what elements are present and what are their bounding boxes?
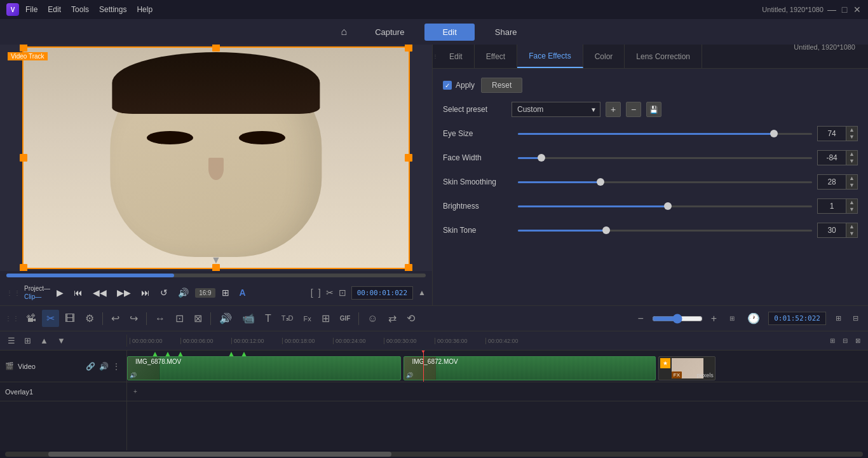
audio-button[interactable]: 🔊 <box>215 310 236 327</box>
skin-tone-slider[interactable] <box>518 230 812 232</box>
zoom-out-button[interactable]: − <box>633 310 648 327</box>
tab-edit[interactable]: Edit <box>438 45 475 68</box>
eye-size-thumb[interactable] <box>770 130 778 137</box>
timecode-spinner-up[interactable]: ▲ <box>418 288 426 297</box>
skin-smoothing-thumb[interactable] <box>597 178 604 186</box>
step-fwd-button[interactable]: ▶▶ <box>113 285 135 300</box>
zoom-slider[interactable] <box>652 314 703 324</box>
fit-timeline-button[interactable]: ⊞ <box>725 312 739 324</box>
handle-bottom-left[interactable] <box>20 264 27 271</box>
save-preset-button[interactable]: 💾 <box>646 102 661 117</box>
transform-button[interactable]: ⟲ <box>402 310 419 327</box>
edit-tool[interactable]: ✂ <box>42 310 59 327</box>
track-mute-button[interactable]: 🔊 <box>98 361 110 372</box>
face-width-down[interactable]: ▼ <box>846 158 857 165</box>
volume-button[interactable]: 🔊 <box>174 285 193 300</box>
menu-tools[interactable]: Tools <box>71 5 89 14</box>
overlay-button[interactable]: ⊞ <box>317 310 334 327</box>
play-button[interactable]: ▶ <box>53 285 67 300</box>
maximize-button[interactable]: □ <box>840 5 849 14</box>
track-link-button[interactable]: 🔗 <box>85 361 97 372</box>
track-add-button[interactable]: ☰ <box>5 335 18 347</box>
skin-tone-up[interactable]: ▲ <box>846 223 857 230</box>
title-button[interactable]: T <box>261 310 276 327</box>
reset-button[interactable]: Reset <box>481 78 522 93</box>
track-more-button[interactable]: ⋮ <box>111 361 121 372</box>
font-button[interactable]: A <box>236 285 250 300</box>
track-list-button[interactable]: ⊞ <box>22 335 34 347</box>
home-button[interactable]: ⌂ <box>333 22 355 41</box>
eye-size-up[interactable]: ▲ <box>846 127 857 134</box>
skin-smoothing-input[interactable] <box>818 175 846 189</box>
step-back-button[interactable]: ◀◀ <box>89 285 111 300</box>
go-start-button[interactable]: ⏮ <box>70 285 86 300</box>
clip-img-6878[interactable]: IMG_6878.MOV 🔊 <box>127 356 401 380</box>
eye-size-slider[interactable] <box>518 133 812 135</box>
text-anim-button[interactable]: T₃D <box>277 312 298 325</box>
fit-to-width-button[interactable]: ↔ <box>151 310 170 327</box>
timeline-view-btn-1[interactable]: ⊞ <box>827 336 837 345</box>
track-expand-button[interactable]: ▲ <box>37 335 51 347</box>
aspect-button[interactable]: ⊞ <box>218 285 233 300</box>
playhead[interactable] <box>423 350 424 382</box>
skin-tone-down[interactable]: ▼ <box>846 230 857 237</box>
tab-color[interactable]: Color <box>583 45 625 68</box>
apply-checkbox-label[interactable]: ✓ Apply <box>443 81 475 90</box>
scissors-icon[interactable]: ✂ <box>326 288 334 298</box>
remove-preset-button[interactable]: − <box>626 102 641 117</box>
motion-tool[interactable]: 🎞 <box>60 310 79 327</box>
face-width-thumb[interactable] <box>538 154 545 162</box>
fit-button[interactable]: ⊡ <box>171 310 188 327</box>
nav-edit[interactable]: Edit <box>424 24 474 41</box>
timeline-view-btn-3[interactable]: ⊠ <box>853 336 863 345</box>
handle-bottom-right[interactable] <box>405 264 412 271</box>
handle-mid-right[interactable] <box>405 154 412 162</box>
nav-capture[interactable]: Capture <box>357 24 422 41</box>
fx-button[interactable]: Fx <box>299 312 315 325</box>
copy-icon[interactable]: ⊡ <box>339 288 346 298</box>
gif-button[interactable]: GIF <box>336 312 355 324</box>
timeline-view-btn-2[interactable]: ⊟ <box>840 336 850 345</box>
tab-face-effects[interactable]: Face Effects <box>517 45 583 68</box>
preset-select[interactable]: Custom Natural Smooth Bright <box>512 102 600 117</box>
menu-help[interactable]: Help <box>137 5 153 14</box>
face-width-slider[interactable] <box>518 157 812 159</box>
effects-tool[interactable]: ⚙ <box>81 310 98 327</box>
track-collapse-button[interactable]: ▼ <box>55 335 68 347</box>
handle-top-mid[interactable] <box>212 45 220 52</box>
clock-icon[interactable]: 🕐 <box>743 310 764 327</box>
eye-size-input[interactable] <box>818 127 846 141</box>
sticker-button[interactable]: ☺ <box>363 310 382 327</box>
skin-tone-input[interactable] <box>818 223 846 237</box>
skin-smoothing-up[interactable]: ▲ <box>846 175 857 182</box>
crop-button[interactable]: ⊠ <box>189 310 207 327</box>
face-width-up[interactable]: ▲ <box>846 151 857 158</box>
menu-settings[interactable]: Settings <box>99 5 126 14</box>
progress-bar[interactable] <box>6 274 426 277</box>
transition-button[interactable]: ⇄ <box>384 310 401 327</box>
brightness-slider[interactable] <box>518 205 812 207</box>
loop-button[interactable]: ↺ <box>156 285 172 300</box>
track-settings-button[interactable]: ⊟ <box>848 312 863 325</box>
brightness-down[interactable]: ▼ <box>846 206 857 213</box>
skin-smoothing-down[interactable]: ▼ <box>846 182 857 189</box>
nav-share[interactable]: Share <box>477 24 535 41</box>
face-width-input[interactable] <box>818 151 846 165</box>
go-end-button[interactable]: ⏭ <box>137 285 154 300</box>
clip-pexels[interactable]: ★ pexels FX <box>658 356 715 380</box>
timeline-scrollbar[interactable] <box>5 452 863 457</box>
skin-smoothing-slider[interactable] <box>518 181 812 183</box>
tab-lens-correction[interactable]: Lens Correction <box>625 45 702 68</box>
skin-tone-thumb[interactable] <box>602 226 610 234</box>
zoom-in-button[interactable]: + <box>707 310 721 327</box>
add-preset-button[interactable]: + <box>606 102 621 117</box>
brightness-up[interactable]: ▲ <box>846 199 857 206</box>
panel-scroll-left[interactable]: ⋮ <box>433 45 438 68</box>
brightness-input[interactable] <box>818 199 846 213</box>
handle-mid-left[interactable] <box>20 154 27 162</box>
handle-top-right[interactable] <box>405 45 412 52</box>
clip-img-6872[interactable]: IMG_6872.MOV 🔊 <box>403 356 655 380</box>
redo-button[interactable]: ↪ <box>125 310 142 327</box>
apply-checkbox[interactable]: ✓ <box>443 81 452 90</box>
camera-button[interactable]: 📹 <box>238 310 259 327</box>
